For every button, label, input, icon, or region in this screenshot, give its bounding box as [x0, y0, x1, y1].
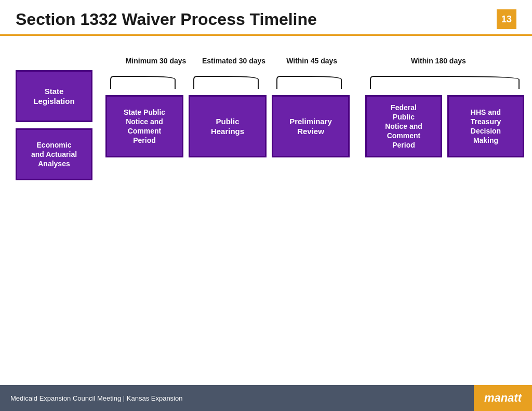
box-state-legislation: State Legislation [16, 70, 92, 122]
bracket-est30 [189, 74, 267, 91]
timeline-labels-row: Minimum 30 days Estimated 30 days Within… [117, 57, 516, 65]
economic-line2: and Actuarial [31, 150, 77, 159]
public-hearings-l2: Hearings [211, 126, 244, 137]
box-economic-actuarial: Economic and Actuarial Analyses [16, 128, 92, 180]
federal-notice-l1: Federal [385, 103, 422, 112]
hhs-l1: HHS and [471, 108, 501, 117]
footer: Medicaid Expansion Council Meeting | Kan… [0, 385, 532, 411]
federal-notice-l3: Notice and [385, 122, 422, 131]
timeline-diagram: State Legislation Economic and Actuarial… [16, 70, 516, 180]
federal-notice-l5: Period [385, 140, 422, 150]
hhs-l3: Decision [471, 126, 501, 136]
label-within180: Within 180 days [361, 57, 516, 65]
state-notice-l3: Comment [124, 126, 165, 136]
footer-logo: manatt [474, 385, 532, 411]
preliminary-l2: Review [289, 126, 332, 137]
label-within45: Within 45 days [273, 57, 351, 65]
boxes-row: State Public Notice and Comment Period P… [105, 95, 524, 157]
state-notice-l1: State Public [124, 108, 165, 117]
page-number: 13 [497, 9, 516, 29]
state-notice-l2: Notice and [124, 117, 165, 126]
box-hhs-treasury: HHS and Treasury Decision Making [447, 95, 524, 157]
box-state-notice: State Public Notice and Comment Period [105, 95, 183, 157]
footer-logo-text: manatt [484, 391, 522, 405]
public-hearings-l1: Public [211, 116, 244, 127]
economic-line1: Economic [31, 140, 77, 150]
label-min30: Minimum 30 days [117, 57, 195, 65]
footer-text: Medicaid Expansion Council Meeting | Kan… [10, 394, 182, 402]
federal-notice-l2: Public [385, 112, 422, 122]
hhs-l2: Treasury [471, 117, 501, 126]
hhs-l4: Making [471, 136, 501, 145]
brackets-row [105, 70, 524, 91]
header: Section 1332 Waiver Process Timeline 13 [0, 0, 532, 36]
box-preliminary-review: Preliminary Review [272, 95, 350, 157]
label-est30: Estimated 30 days [195, 57, 273, 65]
box-public-hearings: Public Hearings [189, 95, 267, 157]
box-federal-notice: Federal Public Notice and Comment Period [365, 95, 442, 157]
page-title: Section 1332 Waiver Process Timeline [16, 10, 317, 29]
preliminary-l1: Preliminary [289, 116, 332, 127]
economic-line3: Analyses [31, 159, 77, 168]
main-content: Minimum 30 days Estimated 30 days Within… [0, 36, 532, 180]
bracket-min30 [105, 74, 183, 91]
state-notice-l4: Period [124, 136, 165, 145]
state-leg-line1: State [33, 86, 74, 97]
timeline-boxes: State Public Notice and Comment Period P… [105, 70, 524, 157]
federal-notice-l4: Comment [385, 131, 422, 140]
left-column: State Legislation Economic and Actuarial… [16, 70, 92, 180]
bracket-180 [365, 74, 524, 91]
bracket-45 [272, 74, 350, 91]
state-leg-line2: Legislation [33, 96, 74, 107]
